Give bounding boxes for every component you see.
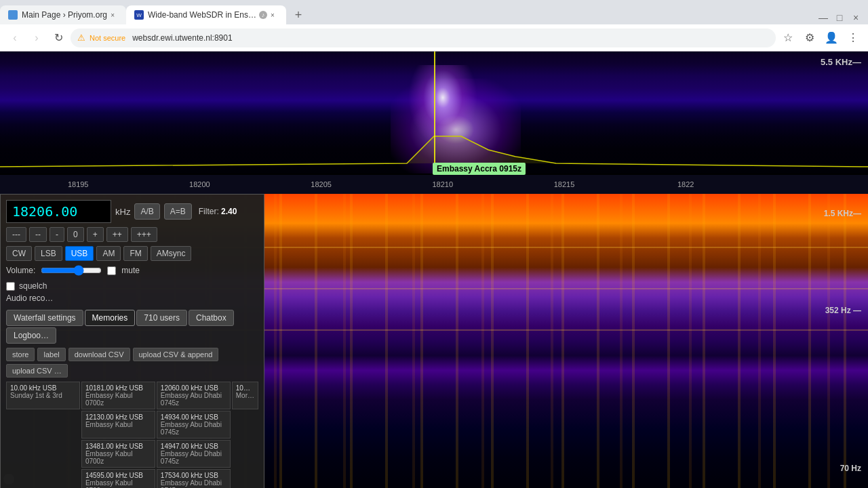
tab-priyom[interactable]: Main Page › Priyom.org × [0,5,126,24]
tab-close-priyom[interactable]: × [107,9,118,20]
step-plus[interactable]: + [87,227,104,242]
mem-name-6: Embassy Abu Dhabi 0745z [161,421,226,436]
mem-store-button[interactable]: store [6,348,35,361]
filter-label: Filter: 2.40 [199,207,237,216]
mem-spacer-row3 [6,440,80,468]
mute-checkbox[interactable] [107,266,116,275]
new-tab-button[interactable]: + [289,5,308,24]
mem-entry-7[interactable]: 13481.00 kHz USB Embassy Kabul 0700z [81,440,155,468]
mute-label: mute [121,266,140,275]
tab-title-websdr: Wide-band WebSDR in Ens… [148,10,256,20]
mem-name-2: Embassy Kabul 0700z [85,392,151,407]
tab-chatbox[interactable]: Chatbox [189,310,234,326]
control-panel: 18206.00 kHz A/B A=B Filter: 2.40 --- --… [0,194,264,488]
tab-waterfall-settings[interactable]: Waterfall settings [6,310,83,326]
spectrum-bottom[interactable]: 1.5 KHz— 352 Hz — 70 Hz 18206.00 kHz A/B… [0,194,868,488]
tab-audio-icon: ♪ [259,11,267,19]
mem-freq-3: 12060.00 kHz USB [161,384,226,392]
freq-axis: 18195 18200 18205 18210 18215 1822 [0,175,868,194]
address-text: websdr.ewi.utwente.nl:8901 [132,33,232,43]
forward-button[interactable]: › [27,28,46,47]
freq-label-18200: 18200 [189,180,210,188]
mode-buttons-row: CW LSB USB AM FM AMsync [6,246,258,261]
mem-freq-2: 10181.00 kHz USB [85,384,151,392]
main-area: Embassy Accra 0915z 18195 18200 18205 18… [0,52,868,488]
mem-name-10: Embassy Abu Dhabi 0745z [161,479,226,488]
mem-entry-1-col1[interactable]: 10.00 kHz USB Sunday 1st & 3rd [6,382,80,409]
mem-entry-6[interactable]: 14934.00 kHz USB Embassy Abu Dhabi 0745z [157,411,231,439]
tab-title-priyom: Main Page › Priyom.org [22,10,107,20]
mem-upload-csv-append-button[interactable]: upload CSV & append [133,348,219,361]
mem-freq-7: 13481.00 kHz USB [85,443,151,450]
mem-name-5: Embassy Kabul [85,421,151,428]
address-bar[interactable]: ⚠ Not secure websdr.ewi.utwente.nl:8901 [71,28,776,47]
step-double-minus[interactable]: -- [29,227,47,242]
step-triple-minus[interactable]: --- [6,227,26,242]
menu-button[interactable]: ⋮ [844,28,863,47]
step-minus[interactable]: - [50,227,64,242]
profile-button[interactable]: 👤 [822,28,841,47]
mem-freq-6: 14934.00 kHz USB [161,413,226,421]
khz-label-5-5: 5.5 KHz— [821,57,861,67]
mem-entry-9[interactable]: 14595.00 kHz USB Embassy Kabul 0700z [81,469,155,488]
mode-usb[interactable]: USB [65,246,94,261]
freq-label-18205: 18205 [311,180,332,188]
tab-memories[interactable]: Memories [85,310,136,326]
mem-entry-2-col2[interactable]: 10181.00 kHz USB Embassy Kabul 0700z [81,382,155,409]
freq-label-18195: 18195 [68,180,89,188]
mode-cw[interactable]: CW [6,246,32,261]
mem-download-csv-button[interactable]: download CSV [68,348,130,361]
spectrum-top[interactable]: Embassy Accra 0915z 18195 18200 18205 18… [0,52,868,194]
nav-actions: ☆ ⚙ 👤 ⋮ [778,28,863,47]
frequency-row: 18206.00 kHz A/B A=B Filter: 2.40 [6,200,258,223]
freq-label-18222: 1822 [677,180,694,188]
mem-name-9: Embassy Kabul 0700z [85,479,151,488]
mem-name-7: Embassy Kabul 0700z [85,450,151,465]
mem-entry-5[interactable]: 12130.00 kHz USB Embassy Kabul [81,411,155,439]
mode-fm[interactable]: FM [123,246,147,261]
browser-chrome: Main Page › Priyom.org × W Wide-band Web… [0,0,868,52]
tab-close-websdr[interactable]: × [267,9,278,20]
tab-logbook[interactable]: Logboo… [6,327,56,344]
frequency-input[interactable]: 18206.00 [6,200,111,223]
volume-row: Volume: mute [6,265,258,276]
squelch-row: squelch [6,280,258,292]
mem-freq-5: 12130.00 kHz USB [85,413,151,421]
nav-bar: ‹ › ↻ ⚠ Not secure websdr.ewi.utwente.nl… [0,24,868,52]
mem-entry-10[interactable]: 17534.00 kHz USB Embassy Abu Dhabi 0745z [157,469,231,488]
mem-entry-4-col4[interactable]: 10… Mor… [232,382,258,409]
tab-favicon-priyom [8,10,18,20]
mem-entry-8[interactable]: 14947.00 kHz USB Embassy Abu Dhabi 0745z [157,440,231,468]
tab-websdr[interactable]: W Wide-band WebSDR in Ens… ♪ × [126,5,286,24]
mode-amsync[interactable]: AMsync [151,246,192,261]
mode-am[interactable]: AM [96,246,121,261]
back-button[interactable]: ‹ [5,28,24,47]
close-button[interactable]: × [849,11,863,24]
mem-upload-csv-button[interactable]: upload CSV … [6,364,68,378]
volume-label: Volume: [6,266,35,275]
audio-row: Audio reco… [6,292,258,304]
ab-button[interactable]: A/B [134,203,159,220]
main-tabs-row: Waterfall settings Memories 710 users Ch… [6,310,258,344]
bookmark-star-button[interactable]: ☆ [778,28,797,47]
tab-users[interactable]: 710 users [136,310,187,326]
audio-label: Audio reco… [6,293,53,303]
step-triple-plus[interactable]: +++ [131,227,157,242]
freq-label-18215: 18215 [554,180,575,188]
restore-button[interactable]: □ [833,11,846,24]
volume-slider[interactable] [41,265,102,276]
ab-equals-button[interactable]: A=B [164,203,192,220]
minimize-button[interactable]: — [816,11,830,24]
security-warning-text: Not secure [90,34,125,42]
mode-lsb[interactable]: LSB [35,246,62,261]
mem-freq-10: 17534.00 kHz USB [161,472,226,479]
mem-name-3: Embassy Abu Dhabi 0745z [161,392,226,407]
squelch-checkbox[interactable] [6,282,15,291]
mem-entry-3-col3[interactable]: 12060.00 kHz USB Embassy Abu Dhabi 0745z [157,382,231,409]
step-zero[interactable]: 0 [67,227,84,242]
step-double-plus[interactable]: ++ [106,227,128,242]
step-buttons-row: --- -- - 0 + ++ +++ [6,227,258,242]
extensions-button[interactable]: ⚙ [800,28,819,47]
mem-label-button[interactable]: label [37,348,65,361]
refresh-button[interactable]: ↻ [49,28,68,47]
